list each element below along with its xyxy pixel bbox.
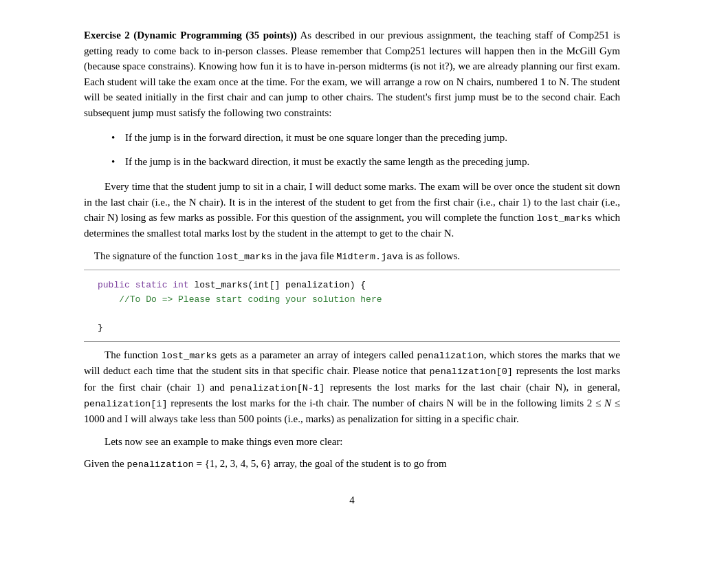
page-container: Exercise 2 (Dynamic Programming (35 poin… bbox=[43, 14, 661, 536]
para4-text: Lets now see an example to make things e… bbox=[104, 436, 343, 447]
kw-int: int bbox=[173, 280, 188, 290]
paragraph-3: The function lost_marks gets as a parame… bbox=[84, 347, 620, 427]
para3-param: penalization bbox=[417, 351, 483, 361]
para3-code2: penalization[N-1] bbox=[230, 383, 325, 393]
code-block: public static int lost_marks(int[] penal… bbox=[84, 276, 620, 338]
para3-b: gets as a parameter an array of integers… bbox=[220, 349, 413, 360]
para3-f: represents the lost marks for the i-th c… bbox=[170, 398, 584, 409]
sig-end: is as follows. bbox=[406, 250, 460, 261]
exercise-intro-text: As described in our previous assignment,… bbox=[84, 30, 620, 118]
func-name-inline: lost_marks bbox=[536, 213, 592, 224]
para3-code3: penalization[i] bbox=[84, 399, 168, 409]
para3-a: The function bbox=[104, 349, 158, 360]
para5-b: = {1, 2, 3, 4, 5, 6} array, the goal of … bbox=[196, 458, 446, 469]
kw-static: static bbox=[135, 280, 168, 290]
list-item: If the jump is in the forward direction,… bbox=[111, 130, 620, 146]
code-block-container: public static int lost_marks(int[] penal… bbox=[84, 270, 620, 342]
exercise-intro: Exercise 2 (Dynamic Programming (35 poin… bbox=[84, 28, 620, 120]
paragraph-5: Given the penalization = {1, 2, 3, 4, 5,… bbox=[84, 456, 620, 472]
list-item: If the jump is in the backward direction… bbox=[111, 154, 620, 170]
paragraph-2: Every time that the student jump to sit … bbox=[84, 179, 620, 241]
para3-func: lost_marks bbox=[162, 351, 217, 361]
para3-code1: penalization[0] bbox=[429, 367, 513, 377]
para3-e: represents the lost marks for the last c… bbox=[330, 382, 620, 393]
para3-g: and I will always take less than 500 poi… bbox=[107, 413, 519, 424]
para5-code: penalization bbox=[126, 459, 193, 470]
sig-func: lost_marks bbox=[217, 252, 272, 262]
para5-a: Given the bbox=[84, 458, 124, 469]
sig-intro: The signature of the function bbox=[94, 250, 214, 261]
bullet-list: If the jump is in the forward direction,… bbox=[111, 130, 620, 169]
kw-public: public bbox=[98, 280, 130, 290]
sig-mid: in the java file bbox=[274, 250, 333, 261]
paragraph-4: Lets now see an example to make things e… bbox=[84, 434, 620, 450]
code-comment: //To Do => Please start coding your solu… bbox=[119, 294, 382, 305]
page-number: 4 bbox=[84, 492, 620, 508]
signature-line: The signature of the function lost_marks… bbox=[84, 248, 620, 264]
exercise-title: Exercise 2 (Dynamic Programming (35 poin… bbox=[84, 30, 297, 41]
sig-file: Midterm.java bbox=[336, 252, 403, 262]
